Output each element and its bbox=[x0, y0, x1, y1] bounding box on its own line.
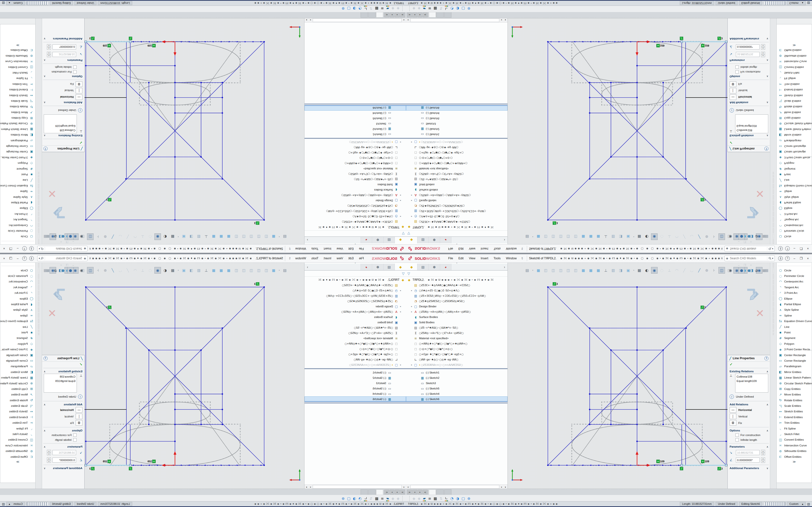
option-checkbox-row[interactable]: Infinite length bbox=[728, 438, 770, 442]
motion-toolbar-icon[interactable]: ▦ bbox=[434, 496, 437, 501]
scroll-right-icon[interactable]: ▸ bbox=[308, 486, 312, 488]
relation-entry[interactable]: Equal length109 bbox=[45, 124, 75, 128]
search-box[interactable]: ◈ ▾ bbox=[724, 246, 775, 251]
angle-field[interactable]: 0.00000000° bbox=[736, 44, 760, 50]
confirmation-corner-exit-sketch-icon[interactable] bbox=[51, 203, 66, 218]
view-toolbar-icon[interactable]: ▾ bbox=[177, 233, 180, 240]
sketch-tool-item[interactable]: ◜ 3 Point Arc bbox=[0, 290, 35, 296]
commandmanager-tab[interactable] bbox=[38, 274, 39, 279]
sketch-tool-item[interactable]: ◖ Partial Ellipse bbox=[777, 301, 812, 307]
sketch-tool-item[interactable]: ◈ 3 Point Center Recta... bbox=[0, 155, 35, 160]
sketch-tool-item[interactable]: ↻ Rotate Entities bbox=[0, 104, 35, 110]
view-toolbar-icon[interactable]: ◉ bbox=[651, 233, 658, 240]
commandmanager-tab[interactable] bbox=[773, 189, 774, 194]
sketch-tool-item[interactable]: fx Equation Driven Curve bbox=[0, 183, 35, 188]
search-box[interactable]: ◈ ▾ bbox=[724, 256, 775, 261]
view-toolbar-icon[interactable]: ◫ bbox=[565, 267, 571, 274]
sketch-tool-item[interactable]: ⊞ Copy Entities bbox=[0, 115, 35, 121]
sketch-tool-item[interactable]: ↻ Rotate Entities bbox=[777, 397, 812, 403]
motion-toolbar-icon[interactable]: ◈ bbox=[412, 6, 415, 11]
menu-item[interactable]: Edit bbox=[346, 247, 356, 250]
sketch-tool-item[interactable]: ⊜ Silhouette Entities bbox=[0, 448, 35, 454]
commandmanager-tab[interactable] bbox=[38, 212, 39, 216]
tree-item[interactable]: ≡ ● Material <not specified> bbox=[305, 336, 406, 341]
expand-arrow-icon[interactable]: ▸ bbox=[410, 305, 413, 307]
document-view-tab[interactable] bbox=[444, 489, 451, 495]
menu-item[interactable]: File bbox=[356, 257, 366, 260]
commandmanager-tab[interactable] bbox=[773, 206, 774, 211]
panel-chevron-icon[interactable]: › bbox=[305, 264, 311, 270]
checkbox[interactable] bbox=[735, 70, 739, 74]
add-relation-button[interactable]: — Horizontal bbox=[42, 406, 84, 413]
sketch-tool-item[interactable]: ✂ Trim Entities bbox=[777, 420, 812, 426]
view-toolbar-icon[interactable]: ⊥ bbox=[203, 267, 209, 274]
motion-toolbar-icon[interactable]: ▦ bbox=[434, 6, 437, 11]
length-spinner[interactable]: ▲▼ bbox=[761, 450, 765, 455]
view-toolbar-icon[interactable]: ◨ bbox=[617, 233, 624, 240]
additional-parameters-header[interactable]: Additional Parameters∨ bbox=[728, 37, 770, 41]
tree-root-item[interactable]: ◆ TЯPDL2. ◉ ƷƐ ◉ Ɯ ◉ ◉ ◉ + ◉ ƆϹ ◉ ƷƐ ◉ •… bbox=[406, 277, 507, 282]
tree-item[interactable]: ▦ ● (-) Sketch6 bbox=[406, 396, 507, 402]
additional-parameters-header[interactable]: Additional Parameters∨ bbox=[728, 466, 770, 470]
expand-arrow-icon[interactable]: ▸ bbox=[399, 289, 402, 292]
tree-item[interactable]: ▦ ● (-) Sketch2 bbox=[305, 375, 406, 381]
panel-help-icon[interactable]: ? bbox=[764, 147, 768, 151]
relation-badge[interactable]: ╱3 bbox=[89, 467, 95, 470]
tree-item[interactable]: ▭ ● (-) Sketch4 bbox=[305, 391, 406, 396]
sketch-tool-item[interactable]: # Segment bbox=[0, 335, 35, 341]
view-toolbar-icon[interactable]: ■ bbox=[210, 233, 217, 240]
motion-toolbar-icon[interactable]: ⇅ bbox=[369, 6, 373, 11]
motion-toolbar-icon[interactable]: ◈ bbox=[418, 496, 421, 501]
view-toolbar-icon[interactable]: ◡ bbox=[689, 233, 695, 240]
document-view-tab[interactable] bbox=[376, 489, 383, 495]
sketch-tool-item[interactable]: ▱ Parallelogram bbox=[0, 138, 35, 144]
magnifier-icon[interactable]: ▾ bbox=[767, 247, 773, 250]
tree-item[interactable]: ▸ ▢ ● ○Ƨ53ƐИΛA∩+○◦○+∩AΛИƐ35Ƨ○ bbox=[305, 362, 406, 368]
view-toolbar-icon[interactable]: ▦ bbox=[169, 233, 176, 240]
add-relations-header[interactable]: Add Relations∧ bbox=[42, 101, 84, 105]
sketch-tool-item[interactable]: ◹ Scale Entities bbox=[0, 98, 35, 104]
display-style-icon[interactable]: ◕ bbox=[52, 233, 59, 240]
add-relation-button[interactable]: — Horizontal bbox=[42, 94, 84, 101]
angle-spinner[interactable]: ▲▼ bbox=[47, 44, 51, 50]
sketch-tool-item[interactable]: ▣ Center Rectangle bbox=[777, 149, 812, 155]
search-input[interactable] bbox=[729, 247, 766, 250]
sketch-tool-item[interactable]: ◠ Centerpoint Arc bbox=[777, 279, 812, 284]
tree-item[interactable]: ▥ ● ○Ƨ5+3Ɛ5Ƨ○ИΛ◎◦+ƆƆƐ∪Ɛ5Ƨ○◦○Ƨ5Ɛ∪ƐƆƆ+◦◎ΛИ… bbox=[305, 293, 406, 298]
view-toolbar-icon[interactable]: ■ bbox=[210, 267, 217, 274]
commandmanager-tab[interactable] bbox=[38, 239, 39, 244]
view-toolbar-icon[interactable]: ◫ bbox=[543, 267, 549, 274]
commandmanager-tab[interactable] bbox=[38, 206, 39, 211]
sketch-tool-item[interactable]: ≈ Spline bbox=[0, 188, 35, 194]
tree-item[interactable]: ▭ ● (-) Sketch1 bbox=[406, 132, 507, 137]
tree-item[interactable]: ◻ ● ○·◎+○*◉I○◦○I◉*○+◎·○ bbox=[406, 156, 507, 161]
sketch-tool-item[interactable]: ◝ Tangent Arc bbox=[777, 217, 812, 222]
sketch-tool-item[interactable]: ○ Circle bbox=[0, 268, 35, 273]
sketch-tool-item[interactable]: ⊏ Offset Entities bbox=[0, 48, 35, 53]
view-toolbar-icon[interactable]: ■ bbox=[218, 267, 224, 274]
tree-item[interactable]: ∟ ● ○ИИ◦ge◦♦◎○◦○◎♦◦eg◦ИИ○ bbox=[305, 145, 406, 150]
sketch-tool-item[interactable]: ⊞ Copy Entities bbox=[777, 115, 812, 121]
help-icon[interactable]: ? bbox=[785, 256, 790, 261]
view-toolbar-icon[interactable]: ▾ bbox=[531, 233, 534, 240]
view-toolbar-icon[interactable]: ╱ bbox=[124, 267, 131, 274]
ok-check-icon[interactable]: ✓ bbox=[42, 362, 84, 367]
sketch-tool-item[interactable]: fx Equation Driven Curve bbox=[777, 319, 812, 324]
sketch-tool-item[interactable]: ◇ Polygon bbox=[0, 341, 35, 346]
view-toolbar-icon[interactable]: ⊥ bbox=[666, 267, 672, 274]
tree-item[interactable]: ▸ ▢ ● Design Binder bbox=[406, 304, 507, 309]
panel-expand-icon[interactable]: ▸ bbox=[305, 19, 308, 21]
view-toolbar-icon[interactable]: ◡ bbox=[117, 233, 123, 240]
tab-nav-button[interactable]: ▸| bbox=[423, 12, 428, 17]
sketch-tool-item[interactable]: ◇ Polygon bbox=[777, 341, 812, 346]
tree-item[interactable]: ▨ ● ○Ƨ5◦∩*♦AƜ○◦○ƜA♦*∩◦5Ƨ○ bbox=[406, 177, 507, 182]
sketch-tool-item[interactable]: ◜ 3 Point Arc bbox=[0, 211, 35, 217]
tree-item[interactable]: ▸ ◷ ● ○Λ♦◎+Ƨ5◦Ɛ○◉○Ɛ◦5Ƨ+◎♦Λ○ bbox=[305, 214, 406, 219]
sketch-tool-item[interactable]: ⊏ Offset Entities bbox=[777, 48, 812, 53]
tree-item[interactable]: ◻ ● ○+ИИ◎♦+○*◉I○◦○I◉*○+♦◎ИИ+○ bbox=[406, 341, 507, 346]
tab-nav-button[interactable]: ▸| bbox=[384, 490, 389, 495]
sketch-tool-item[interactable]: ▦ Linear Sketch Pattern bbox=[777, 126, 812, 132]
tree-item[interactable]: ≡ ● Material <not specified> bbox=[406, 336, 507, 341]
view-toolbar-icon[interactable]: ■ bbox=[535, 233, 542, 240]
length-spinner[interactable]: ▲▼ bbox=[761, 52, 765, 57]
